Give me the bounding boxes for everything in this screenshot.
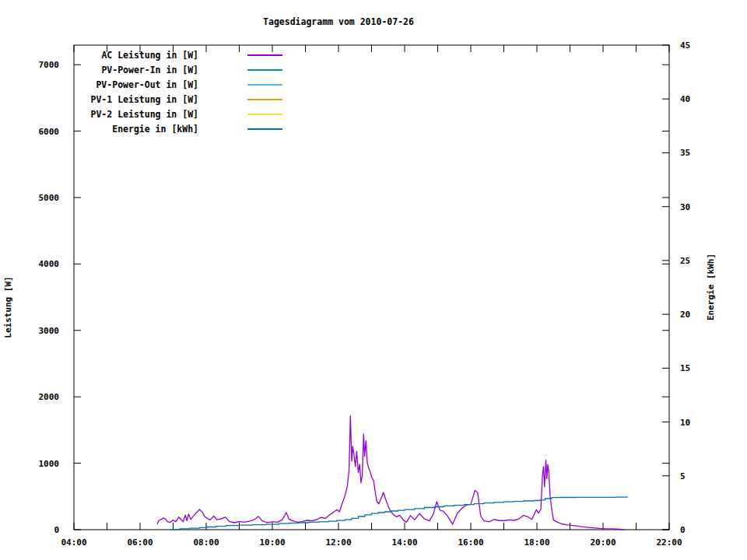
daily-solar-chart: Tagesdiagramm vom 2010-07-26 Leistung [W… — [0, 0, 747, 560]
legend-label: Energie in [kWh] — [112, 124, 198, 135]
x-tick-label: 22:00 — [656, 537, 682, 548]
y-tick-label: 7000 — [39, 60, 60, 70]
legend-item: PV-2 Leistung in [W] — [91, 109, 282, 120]
series-lines — [157, 416, 628, 530]
legend-label: PV-Power-In in [W] — [101, 65, 198, 75]
y-tick-label: 3000 — [39, 326, 60, 336]
series-line-0 — [157, 416, 625, 530]
x-tick-label: 20:00 — [590, 537, 615, 548]
y-tick-label: 1000 — [39, 459, 60, 469]
legend-label: PV-1 Leistung in [W] — [91, 94, 198, 105]
y-tick-label: 2000 — [39, 392, 60, 402]
legend-item: PV-Power-Out in [W] — [96, 79, 282, 90]
y-axis-label: Leistung [W] — [3, 276, 13, 338]
x-tick-label: 16:00 — [458, 537, 483, 548]
legend: AC Leistung in [W]PV-Power-In in [W]PV-P… — [91, 50, 282, 135]
x-tick-label: 12:00 — [325, 537, 351, 548]
y2-tick-label: 0 — [680, 525, 686, 535]
y-tick-label: 6000 — [39, 127, 60, 137]
legend-label: PV-2 Leistung in [W] — [91, 109, 198, 120]
y2-tick-label: 5 — [680, 471, 686, 481]
y2-tick-label: 35 — [680, 148, 690, 158]
legend-item: AC Leistung in [W] — [101, 50, 282, 61]
y2-tick-label: 25 — [680, 256, 690, 266]
x-tick-label: 14:00 — [391, 537, 417, 548]
legend-label: AC Leistung in [W] — [101, 50, 198, 61]
y2-axis-label: Energie [kWh] — [706, 254, 716, 320]
y-tick-label: 5000 — [39, 193, 60, 203]
y2-tick-label: 30 — [680, 202, 690, 212]
y2-tick-label: 45 — [680, 40, 690, 51]
legend-item: PV-1 Leistung in [W] — [91, 94, 282, 105]
y2-tick-label: 20 — [680, 310, 690, 320]
y2-tick-label: 10 — [680, 418, 690, 428]
y-tick-label: 0 — [54, 525, 59, 535]
chart-page: Tagesdiagramm vom 2010-07-26 Leistung [W… — [0, 0, 747, 560]
x-tick-label: 04:00 — [61, 537, 86, 548]
y2-tick-label: 40 — [680, 94, 690, 104]
x-tick-label: 08:00 — [193, 537, 219, 548]
chart-title: Tagesdiagramm vom 2010-07-26 — [263, 16, 414, 27]
x-tick-label: 06:00 — [127, 537, 153, 548]
x-tick-label: 18:00 — [524, 537, 549, 548]
y-tick-label: 4000 — [39, 259, 60, 269]
legend-label: PV-Power-Out in [W] — [96, 79, 198, 90]
legend-item: Energie in [kWh] — [112, 124, 282, 135]
x-tick-label: 10:00 — [259, 537, 285, 548]
legend-item: PV-Power-In in [W] — [101, 65, 282, 75]
y2-tick-label: 15 — [680, 363, 690, 373]
